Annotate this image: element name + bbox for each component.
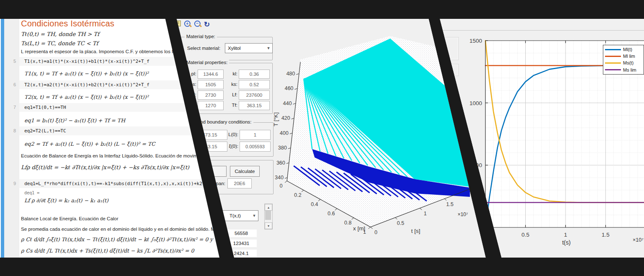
x-axis-multiplier: ×10⁷ bbox=[633, 237, 644, 243]
z-tick-label: 360 bbox=[276, 160, 285, 166]
doc-paragraph: L representa el espesor de la placa. Imp… bbox=[21, 49, 200, 54]
prop-label: pl: bbox=[184, 71, 196, 76]
z-tick-label: 400 bbox=[280, 130, 289, 136]
prop-label: Tf: bbox=[225, 103, 237, 108]
legend-line-swatch bbox=[605, 62, 621, 64]
z-tick bbox=[290, 133, 292, 134]
line-number: 5 bbox=[3, 59, 16, 64]
x-tick-label: 0 bbox=[280, 183, 283, 189]
code-text: eq2=T2(L,t)==TC bbox=[24, 128, 66, 134]
doc-math: Lfρ dξ(t)/dt = −kℓ ∂Tℓ(x,t)/∂x |x=ξ(t) +… bbox=[21, 164, 189, 171]
z-tick-label: 420 bbox=[282, 115, 290, 121]
x-axis-label: x [m] bbox=[353, 225, 365, 232]
t-tick-label: 0.5 bbox=[397, 220, 404, 226]
prop-label: kl: bbox=[225, 71, 237, 76]
line-number-gutter bbox=[4, 19, 19, 258]
boundary-label: L(0): bbox=[222, 132, 238, 137]
prop-field[interactable]: 1344.6 bbox=[198, 70, 224, 79]
y-axis-label: (Kg) bbox=[459, 122, 466, 133]
doc-math: ρ Cℓ d/dt ∫₀ξ(t) Tℓ(x,t)dx − Tℓ(ξ(t),t) … bbox=[21, 236, 213, 243]
code-output: eq2 = Tf + a₂(t) (L − ξ(t)) + b₂(t) (L −… bbox=[24, 141, 155, 147]
t-tick bbox=[420, 208, 422, 210]
legend-line-swatch bbox=[605, 69, 621, 70]
code-line[interactable]: deq1=L_f*rho*diff(xi(t),t)==-k1*subs(dif… bbox=[19, 179, 235, 188]
tspan-field[interactable]: 20E6 bbox=[227, 178, 252, 188]
x-tick-label: 0.4 bbox=[311, 201, 318, 207]
z-tick bbox=[285, 178, 287, 178]
x-tick bbox=[302, 190, 304, 192]
z-tick bbox=[296, 74, 299, 75]
datatip-icon[interactable] bbox=[173, 20, 181, 29]
z-tick bbox=[287, 163, 289, 164]
plot-legend[interactable]: Ml(t)Ml limMs(t)Ms lim bbox=[603, 45, 644, 75]
group-title: Material type: bbox=[185, 34, 217, 39]
x-tick-label: 0.6 bbox=[328, 211, 335, 217]
doc-math: Tℓ(0,t) = TH, donde TH > Tf bbox=[21, 31, 99, 38]
section-strip bbox=[1, 19, 4, 258]
tspan-label: tspan: bbox=[210, 181, 225, 186]
x-tick-label: 1.5 bbox=[602, 232, 610, 238]
t-tick bbox=[444, 199, 446, 201]
z-axis-label: T [°K] bbox=[273, 112, 279, 126]
zoom-out-icon[interactable]: − bbox=[194, 20, 202, 29]
doc-math: ρ Cs d/dt ∫L Tℓ(x,t)dx + Ts(ξ(t),t) dξ(t… bbox=[21, 248, 194, 254]
readout-field[interactable]: 2424.1 bbox=[226, 250, 257, 257]
t-tick-label: 1 bbox=[424, 211, 427, 217]
rotate-3d-icon[interactable]: ↻ bbox=[204, 20, 212, 29]
x-tick-label: 0.2 bbox=[294, 192, 301, 198]
legend-label: Ml lim bbox=[623, 54, 635, 59]
y-tick-label: 500 bbox=[472, 162, 482, 168]
doc-paragraph: Se promedia cada ecuación de calor en el… bbox=[21, 227, 256, 232]
z-tick bbox=[292, 118, 294, 119]
boundary-label: ξ(0): bbox=[222, 144, 238, 149]
x-tick-label: 1 bbox=[564, 232, 567, 238]
z-tick bbox=[288, 148, 291, 149]
code-output: Lf ρ ∂/∂t ξ(t) = k₂ a₂(t) − k₁ a₁(t) bbox=[24, 197, 108, 204]
x-axis-label: t(s) bbox=[562, 239, 571, 246]
y-tick-label: 1000 bbox=[469, 100, 482, 106]
legend-label: Ms(t) bbox=[623, 60, 634, 65]
zoom-in-icon[interactable]: + bbox=[184, 20, 192, 29]
collage-canvas: 5 6 7 8 9 Condiciones Isotérmicas Tℓ(0,t… bbox=[0, 0, 644, 276]
x-tick bbox=[335, 209, 337, 210]
legend-entry: Ml lim bbox=[603, 53, 644, 59]
legend-entry: Ms(t) bbox=[603, 59, 644, 66]
legend-line-swatch bbox=[605, 56, 621, 57]
x-tick bbox=[368, 227, 370, 229]
code-text: T1(x,t)=a1(t)*(x-xi(t))+b1(t)*(x-xi(t))^… bbox=[24, 59, 149, 64]
prop-label: Lf: bbox=[225, 92, 237, 97]
prop-field[interactable]: 2730 bbox=[198, 90, 224, 100]
z-tick-label: 460 bbox=[284, 85, 293, 91]
prop-label: ks: bbox=[225, 82, 237, 87]
x-tick bbox=[318, 199, 321, 201]
line-number: 7 bbox=[3, 105, 16, 110]
prop-field[interactable]: 1270 bbox=[198, 101, 224, 110]
z-tick-label: 480 bbox=[286, 71, 295, 77]
z-tick bbox=[295, 88, 297, 89]
select-material-label: Select material: bbox=[187, 46, 220, 51]
x-tick bbox=[352, 218, 354, 219]
line-number: 8 bbox=[3, 128, 16, 133]
code-output: T2(x, t) = Tf + a₂(t) (x − ξ(t)) + b₂(t)… bbox=[24, 94, 149, 100]
legend-line-swatch bbox=[605, 49, 621, 50]
t-tick bbox=[395, 218, 397, 219]
code-text: deq1=L_f*rho*diff(xi(t),t)==-k1*subs(dif… bbox=[24, 181, 238, 186]
y-tick-label: 1500 bbox=[469, 38, 482, 44]
legend-label: Ms lim bbox=[623, 67, 636, 72]
doc-title: Condiciones Isotérmicas bbox=[21, 19, 114, 28]
x-tick-label: 0.5 bbox=[521, 232, 529, 238]
doc-math: Ts(L,t) = TC, donde TC < Tf bbox=[21, 40, 98, 46]
bottom-bar bbox=[0, 258, 644, 276]
t-tick-label: 1.5 bbox=[446, 201, 454, 207]
t-axis-label: t [s] bbox=[411, 228, 420, 234]
line-number: 9 bbox=[3, 181, 16, 186]
z-tick bbox=[293, 103, 295, 104]
code-output: T1(x, t) = Tf + a₁(t) (x − ξ(t)) + b₁(t)… bbox=[24, 70, 149, 77]
legend-label: Ml(t) bbox=[623, 47, 632, 52]
output-label: deq1 = bbox=[24, 191, 39, 195]
top-bar bbox=[0, 0, 644, 19]
code-output: eq1 = b₁(t) ξ(t)² − a₁(t) ξ(t) + Tf = TH bbox=[24, 117, 125, 124]
z-tick-label: 340 bbox=[275, 175, 284, 181]
prop-field[interactable]: 1505 bbox=[198, 80, 224, 89]
legend-entry: Ml(t) bbox=[603, 46, 644, 53]
